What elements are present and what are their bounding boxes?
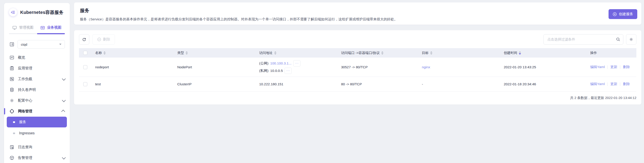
tab-label: 管理视图: [19, 25, 34, 30]
update-link[interactable]: 更新: [610, 65, 617, 69]
service-target-link[interactable]: nginx: [422, 65, 430, 69]
delete-link[interactable]: 删除: [623, 65, 630, 69]
select-all-checkbox[interactable]: [83, 51, 87, 55]
service-target: -: [418, 82, 500, 86]
sliders-icon: [10, 77, 14, 81]
sidebar-item-log-query[interactable]: 日志查询: [4, 142, 70, 153]
service-name: test: [92, 82, 174, 86]
sidebar-item-app-management[interactable]: 应用管理: [4, 63, 70, 74]
sidebar-item-overview[interactable]: 概览: [4, 52, 70, 63]
filter-search-input[interactable]: [547, 37, 616, 41]
edit-yaml-link[interactable]: 编辑Yaml: [590, 65, 605, 69]
row-checkbox[interactable]: [83, 65, 87, 69]
chevron-down-icon: [62, 77, 66, 81]
sort-address-icon[interactable]: [274, 51, 276, 55]
service-type: NodePort: [174, 65, 256, 69]
create-service-button[interactable]: 创建服务: [608, 9, 637, 19]
service-name: nodeport: [92, 65, 174, 69]
update-link[interactable]: 更新: [610, 82, 617, 86]
sidebar-item-label: 概览: [18, 55, 65, 60]
cluster-select[interactable]: ctqd: [18, 40, 65, 49]
table-header-row: 名称 类型 访问地址 访问端口 ->容器端口/协议 目标 创建时间 操作: [79, 48, 636, 58]
bullet-icon: [13, 133, 15, 134]
address-public-more-button[interactable]: ···: [293, 60, 300, 66]
network-icon: [10, 109, 14, 114]
tab-label: 业务视图: [47, 25, 62, 30]
table-footer: 共 2 条数据，最近更新 2022-01-20 13:44:12: [79, 92, 636, 104]
table-row: test ClusterIP 10.222.180.151 80 -> 80/T…: [79, 77, 636, 92]
cluster-list-icon: [10, 42, 14, 47]
bullet-icon: [13, 121, 15, 123]
sidebar-item-workloads[interactable]: 工作负载: [4, 74, 70, 84]
app-title: Kubernetes容器服务: [20, 9, 64, 15]
sort-created-icon[interactable]: [519, 51, 521, 55]
service-created-time: 2022-01-18 20:34:46: [500, 82, 586, 86]
clipboard-icon: [10, 66, 14, 71]
column-header-created: 创建时间: [504, 51, 517, 55]
sort-target-icon[interactable]: [430, 51, 432, 55]
service-created-time: 2022-01-20 13:43:25: [500, 65, 586, 69]
service-ports: 80 -> 80/TCP: [338, 82, 418, 86]
sidebar-item-label: 告警管理: [18, 156, 58, 160]
circle-minus-icon: [97, 37, 101, 41]
column-header-actions: 操作: [590, 51, 597, 55]
log-icon: [10, 145, 14, 150]
create-service-label: 创建服务: [619, 12, 633, 16]
sort-type-icon[interactable]: [186, 51, 188, 55]
tab-business-view[interactable]: 业务视图: [37, 23, 65, 33]
sidebar-item-label: Ingresses: [19, 131, 34, 135]
edit-yaml-link[interactable]: 编辑Yaml: [590, 82, 605, 86]
table-row: nodeport NodePort (公网) 100.100.3.1... ··…: [79, 58, 636, 77]
column-header-type: 类型: [177, 51, 184, 55]
sidebar-item-label: 工作负载: [18, 77, 58, 81]
divider: [620, 82, 620, 86]
sidebar-item-label: 配置中心: [18, 98, 58, 103]
collapse-menu-icon[interactable]: [9, 8, 17, 16]
monitor-icon: [12, 25, 17, 30]
table-summary: 共 2 条数据，最近更新 2022-01-20 13:44:12: [570, 96, 636, 100]
sidebar: Kubernetes容器服务 管理视图 业务视图: [4, 3, 70, 163]
sidebar-item-alert-management[interactable]: 告警管理: [4, 153, 70, 163]
column-header-address: 访问地址: [259, 51, 273, 55]
row-checkbox[interactable]: [83, 82, 87, 86]
alert-box-icon: [10, 156, 14, 160]
sidebar-menu: 概览 应用管理 工作负载: [4, 52, 70, 163]
delete-link[interactable]: 删除: [623, 82, 630, 86]
address-private-label: (私网): [259, 68, 268, 73]
divider: [608, 65, 608, 69]
table-settings-button[interactable]: [626, 34, 636, 44]
sidebar-item-pvc[interactable]: 持久卷声明: [4, 84, 70, 95]
page-title: 服务: [80, 7, 636, 14]
sort-ports-icon[interactable]: [381, 51, 384, 55]
address-private-value: 10.0.0.5: [270, 69, 283, 73]
chevron-up-icon: [61, 110, 65, 114]
address-private-more-button[interactable]: ···: [284, 68, 292, 74]
tab-management-view[interactable]: 管理视图: [9, 23, 37, 33]
sidebar-item-label: 日志查询: [18, 145, 65, 150]
search-icon[interactable]: [616, 37, 620, 42]
active-indicator-bar: [4, 108, 5, 114]
sidebar-item-config-center[interactable]: 配置中心: [4, 95, 70, 106]
services-table-card: 删除 名称 类型 访问地址: [74, 30, 641, 105]
sidebar-item-network-management[interactable]: 网络管理: [4, 106, 70, 117]
sidebar-subitem-services[interactable]: 服务: [7, 117, 67, 127]
divider: [620, 65, 620, 69]
sidebar-subitem-ingresses[interactable]: Ingresses: [7, 128, 67, 139]
chevron-down-icon: [62, 98, 66, 102]
page-header-card: 服务 服务（Service）是容器服务的基本操作单元，是将请求进行负载分发到后端…: [74, 2, 641, 25]
sidebar-item-label: 服务: [19, 120, 26, 125]
sidebar-item-label: 网络管理: [18, 109, 58, 114]
window-icon: [40, 25, 45, 30]
filter-search-box: [544, 34, 623, 44]
circle-plus-icon: [612, 12, 617, 16]
gear-icon: [10, 98, 14, 103]
service-address: 10.222.180.151: [256, 82, 338, 86]
overview-icon: [10, 55, 14, 60]
chevron-down-icon: [59, 44, 62, 45]
database-icon: [10, 87, 14, 92]
sort-name-icon[interactable]: [104, 51, 106, 55]
refresh-button[interactable]: [79, 34, 89, 44]
column-header-ports: 访问端口 ->容器端口/协议: [341, 51, 380, 55]
delete-button[interactable]: 删除: [92, 34, 115, 44]
address-public-link[interactable]: 100.100.3.1...: [270, 61, 292, 65]
